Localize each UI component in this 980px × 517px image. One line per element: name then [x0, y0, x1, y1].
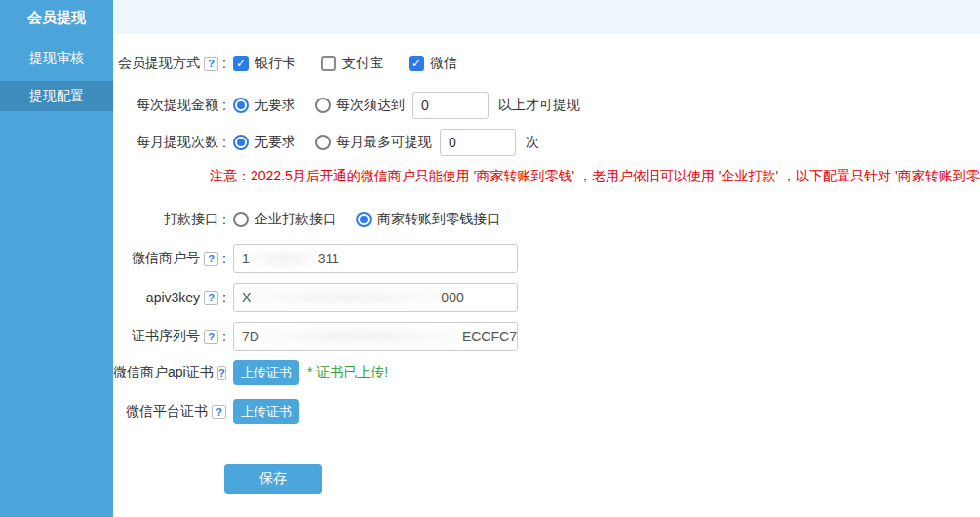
check-icon[interactable]: ✓ [409, 56, 424, 71]
help-icon[interactable]: ? [217, 366, 226, 380]
checkbox-label: 微信 [430, 55, 457, 72]
monthly-times-label-text: 每月提现次数 [137, 134, 218, 151]
radio-label: 每月最多可提现 [336, 134, 432, 151]
monthly-times-label: 每月提现次数 : [113, 134, 226, 151]
wechat-merchant-notice: 注意：2022.5月后开通的微信商户只能使用 '商家转账到零钱' ，老用户依旧可… [210, 168, 980, 185]
radio-enterprise-pay[interactable]: 企业打款接口 [233, 211, 336, 228]
merchant-id-label: 微信商户号 ? : [113, 250, 226, 267]
sidebar: 会员提现 提现审核 提现配置 [0, 0, 113, 517]
checkbox-alipay[interactable]: 支付宝 [321, 55, 383, 72]
label-colon: : [222, 212, 226, 227]
api-cert-label-text: 微信商户api证书 [113, 364, 214, 381]
radio-times-maximum[interactable]: 每月最多可提现 [315, 134, 432, 151]
value-prefix: 7D [242, 329, 259, 344]
value-prefix: 1 [242, 251, 250, 266]
sidebar-item-withdraw-config[interactable]: 提现配置 [0, 81, 113, 111]
help-icon[interactable]: ? [212, 405, 226, 419]
min-amount-suffix: 以上才可提现 [498, 97, 580, 114]
help-icon[interactable]: ? [204, 57, 218, 71]
sidebar-header-member-withdraw[interactable]: 会员提现 [0, 0, 113, 35]
pay-interface-label: 打款接口 : [113, 211, 226, 228]
row-cert-serial: 证书序列号 ? : 7D ECCFC7 [113, 321, 980, 352]
save-button[interactable]: 保存 [224, 464, 322, 494]
radio-amount-minimum[interactable]: 每次须达到 [315, 97, 405, 114]
checkbox-bank-card[interactable]: ✓ 银行卡 [233, 55, 295, 72]
label-colon: : [222, 98, 226, 113]
check-icon[interactable]: ✓ [233, 56, 249, 71]
row-withdraw-method: 会员提现方式 ? : ✓ 银行卡 支付宝 ✓ 微信 [113, 48, 980, 79]
withdraw-method-label: 会员提现方式 ? : [113, 55, 226, 72]
radio-label: 无要求 [255, 97, 295, 114]
cert-serial-input[interactable]: 7D ECCFC7 [233, 322, 518, 351]
sidebar-item-withdraw-review[interactable]: 提现审核 [0, 43, 113, 73]
radio-label: 无要求 [255, 134, 295, 151]
blurred-value-mask [259, 327, 462, 346]
blurred-value-mask [250, 249, 318, 268]
platform-cert-label: 微信平台证书 ? [113, 403, 226, 420]
top-strip [113, 0, 980, 34]
merchant-id-input[interactable]: 1 311 [233, 244, 518, 273]
row-apiv3key: apiv3key ? : X 000 [113, 282, 980, 313]
max-times-suffix: 次 [526, 134, 539, 151]
upload-platform-cert-button[interactable]: 上传证书 [233, 399, 299, 424]
row-api-cert: 微信商户api证书 ? 上传证书 * 证书已上传! [113, 357, 980, 388]
checkbox-label: 支付宝 [342, 55, 383, 72]
radio-on-icon[interactable] [233, 98, 249, 113]
radio-off-icon[interactable] [233, 212, 249, 227]
checkbox-wechat[interactable]: ✓ 微信 [409, 55, 457, 72]
row-platform-cert: 微信平台证书 ? 上传证书 [113, 396, 980, 427]
row-monthly-times: 每月提现次数 : 无要求 每月最多可提现 次 [113, 127, 980, 158]
radio-label: 每次须达到 [336, 97, 405, 114]
apiv3key-input[interactable]: X 000 [233, 283, 518, 312]
value-suffix: 000 [441, 290, 463, 305]
upload-api-cert-button[interactable]: 上传证书 [233, 360, 299, 385]
main-panel: 会员提现方式 ? : ✓ 银行卡 支付宝 ✓ 微信 [113, 0, 980, 517]
radio-on-icon[interactable] [356, 212, 372, 227]
withdraw-config-page: 会员提现 提现审核 提现配置 会员提现方式 ? : ✓ 银行卡 支付宝 [0, 0, 980, 517]
merchant-id-label-text: 微信商户号 [132, 250, 200, 267]
label-colon: : [222, 251, 226, 266]
label-colon: : [222, 56, 226, 71]
pay-interface-label-text: 打款接口 [164, 211, 218, 228]
radio-label: 企业打款接口 [255, 211, 336, 228]
platform-cert-label-text: 微信平台证书 [126, 403, 208, 420]
radio-times-no-requirement[interactable]: 无要求 [233, 134, 295, 151]
checkbox-empty-icon[interactable] [321, 56, 336, 71]
help-icon[interactable]: ? [204, 291, 218, 305]
radio-merchant-transfer[interactable]: 商家转账到零钱接口 [356, 211, 500, 228]
row-per-amount: 每次提现金额 : 无要求 每次须达到 以上才可提现 [113, 90, 980, 121]
row-pay-interface: 打款接口 : 企业打款接口 商家转账到零钱接口 [113, 204, 980, 235]
per-amount-label: 每次提现金额 : [113, 97, 226, 114]
value-suffix: ECCFC7 [462, 329, 517, 344]
help-icon[interactable]: ? [204, 330, 218, 344]
cert-serial-label: 证书序列号 ? : [113, 328, 226, 345]
row-merchant-id: 微信商户号 ? : 1 311 [113, 243, 980, 274]
radio-off-icon[interactable] [315, 135, 331, 150]
radio-amount-no-requirement[interactable]: 无要求 [233, 97, 295, 114]
value-prefix: X [242, 290, 251, 305]
cert-uploaded-status: * 证书已上传! [307, 364, 388, 381]
label-colon: : [222, 329, 226, 344]
radio-on-icon[interactable] [233, 135, 249, 150]
checkbox-label: 银行卡 [255, 55, 295, 72]
apiv3key-label-text: apiv3key [146, 290, 200, 305]
per-amount-label-text: 每次提现金额 [137, 97, 218, 114]
radio-label: 商家转账到零钱接口 [377, 211, 500, 228]
radio-off-icon[interactable] [315, 98, 331, 113]
help-icon[interactable]: ? [204, 252, 218, 266]
max-times-input[interactable] [440, 129, 516, 156]
value-suffix: 311 [318, 251, 339, 266]
min-amount-input[interactable] [412, 92, 489, 119]
withdraw-method-label-text: 会员提现方式 [118, 55, 200, 72]
blurred-value-mask [251, 288, 441, 307]
api-cert-label: 微信商户api证书 ? [113, 364, 226, 381]
cert-serial-label-text: 证书序列号 [132, 328, 200, 345]
label-colon: : [222, 290, 226, 305]
label-colon: : [222, 135, 226, 150]
apiv3key-label: apiv3key ? : [113, 290, 226, 305]
